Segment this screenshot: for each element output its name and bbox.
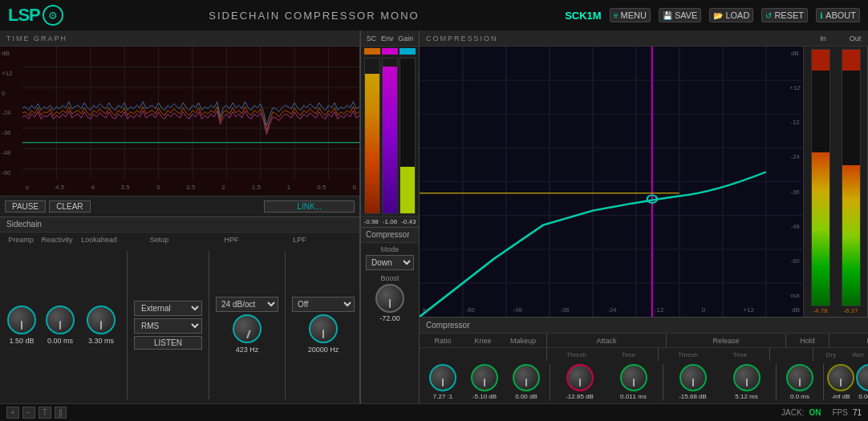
sidechain-title: Sidechain: [0, 220, 48, 229]
mode-select[interactable]: Down: [366, 255, 414, 270]
remove-button[interactable]: −: [22, 407, 35, 419]
lpf-label: LPF: [266, 236, 334, 244]
x-label-1: 1: [287, 184, 290, 191]
hold-knob[interactable]: [786, 364, 813, 391]
env-color-box: [382, 48, 398, 55]
boost-knob[interactable]: [375, 284, 404, 313]
comp-y-db: dB: [791, 50, 799, 57]
pause-button[interactable]: PAUSE: [5, 200, 46, 213]
comp-x-12: -12: [655, 306, 664, 314]
out-meter-value: -6.37: [843, 307, 858, 314]
rms-select[interactable]: RMS: [134, 318, 202, 334]
preamp-knob[interactable]: [7, 306, 36, 334]
gain-color-box: [400, 48, 416, 55]
boost-value: -72.00: [379, 314, 400, 322]
listen-button[interactable]: LISTEN: [134, 336, 202, 350]
external-select[interactable]: External: [134, 301, 202, 316]
knee-value: -5.10 dB: [473, 393, 497, 400]
y-label-n48: -48: [2, 149, 21, 156]
lpf-knob[interactable]: [309, 314, 338, 343]
logo-text: LSP: [8, 5, 40, 26]
hpf-knob[interactable]: [233, 314, 262, 343]
save-button[interactable]: 💾 SAVE: [659, 8, 702, 22]
preset-name: SCK1M: [565, 10, 602, 22]
ratio-knob[interactable]: [429, 364, 456, 391]
lookahead-label: Lookahead: [77, 236, 121, 244]
y-label-n60: -60: [2, 169, 21, 176]
lpf-select[interactable]: Off: [292, 297, 355, 312]
mode-boost-area: Mode Down Boost -72.00: [361, 243, 419, 404]
hpf-control: 24 dB/oct 423 Hz: [216, 297, 278, 354]
reactivity-knob[interactable]: [46, 306, 75, 334]
sc-value: -0.98: [363, 218, 379, 225]
hpf-select[interactable]: 24 dB/oct: [216, 297, 278, 312]
comp-y-12: -12: [790, 119, 800, 126]
reactivity-control: 0.00 ms: [43, 306, 77, 345]
gain-value: -0.43: [400, 218, 417, 225]
compression-title: COMPRESSION: [420, 34, 505, 43]
knee-knob[interactable]: [471, 364, 498, 391]
reset-icon: ↺: [765, 11, 772, 20]
menu-icon: ≡: [614, 11, 619, 20]
bottom-bar: + − T ‖ JACK: ON FPS 71: [0, 403, 868, 421]
logo: LSP ⚙: [8, 5, 63, 26]
x-label-2: 2: [221, 184, 225, 191]
env-meter-bar: [382, 58, 398, 214]
compressor-title-strip: Compressor: [361, 230, 414, 239]
lookahead-knob[interactable]: [87, 306, 116, 334]
release-time-value: 5.12 ms: [735, 393, 757, 400]
lookahead-control: 3.30 ms: [82, 306, 120, 345]
clear-button[interactable]: CLEAR: [49, 200, 90, 213]
text-button[interactable]: T: [39, 407, 51, 419]
attack-thresh-control: -12.85 dB: [554, 364, 606, 400]
comp-x-in: in: [423, 306, 428, 314]
comp-y-24: -24: [790, 153, 800, 160]
x-label-25: 2.5: [186, 184, 195, 191]
add-button[interactable]: +: [6, 407, 19, 419]
save-icon: 💾: [663, 11, 672, 20]
compression-graph: in -60 -48 -36 -24 -12 0 +12 dB dB +: [420, 47, 803, 317]
env-value: -1.06: [381, 218, 398, 225]
hold-value: 0.0 ms: [790, 393, 809, 400]
x-label-05: 0.5: [317, 184, 326, 191]
hold-control: 0.0 ms: [780, 364, 820, 400]
compressor-section-title: Compressor: [420, 321, 476, 330]
channel-button[interactable]: ‖: [55, 407, 67, 419]
setup-label: Setup: [121, 236, 197, 244]
load-button[interactable]: 📂 LOAD: [709, 8, 753, 22]
x-label-35: 3.5: [121, 184, 130, 191]
y-label-n36: -36: [2, 129, 21, 136]
release-time-control: 5.12 ms: [720, 364, 773, 400]
attack-thresh-knob[interactable]: [566, 364, 594, 391]
makeup-control: 0.00 dB: [506, 364, 546, 400]
release-time-knob[interactable]: [733, 364, 761, 391]
reset-button[interactable]: ↺ RESET: [761, 8, 808, 22]
logo-gear-icon: ⚙: [48, 10, 58, 22]
attack-time-knob[interactable]: [620, 364, 647, 391]
about-button[interactable]: ℹ ABOUT: [816, 8, 860, 22]
release-thresh-value: -15.68 dB: [679, 393, 707, 400]
x-label-0: 0: [352, 184, 355, 191]
menu-button[interactable]: ≡ MENU: [610, 8, 651, 22]
in-meter-bar: [811, 49, 830, 306]
dry-sublabel: Dry: [826, 351, 836, 358]
hold-col-label: Hold: [789, 337, 825, 345]
makeup-knob[interactable]: [513, 364, 540, 391]
comp-y-60: -60: [790, 257, 800, 265]
release-col-label: Release: [670, 337, 782, 345]
hpf-label: HPF: [197, 236, 266, 244]
link-button[interactable]: LINK...: [264, 200, 355, 213]
setup-control: External RMS LISTEN: [134, 301, 202, 350]
wet-knob[interactable]: [856, 364, 868, 391]
attack-thresh-sublabel: Thresh: [550, 351, 602, 358]
env-label: Env: [381, 34, 394, 43]
release-thresh-knob[interactable]: [679, 364, 707, 391]
dry-knob[interactable]: [827, 364, 854, 391]
y-label-db: dB: [2, 50, 21, 57]
attack-time-control: 0.011 ms: [607, 364, 659, 400]
comp-x-60: -60: [466, 306, 476, 314]
makeup-col-label: Makeup: [503, 337, 543, 345]
time-graph-canvas: dB +12 0 -24 -36 -48 -60: [0, 47, 360, 196]
comp-y-out: out: [790, 292, 799, 299]
gain-meter-bar: [400, 58, 416, 214]
